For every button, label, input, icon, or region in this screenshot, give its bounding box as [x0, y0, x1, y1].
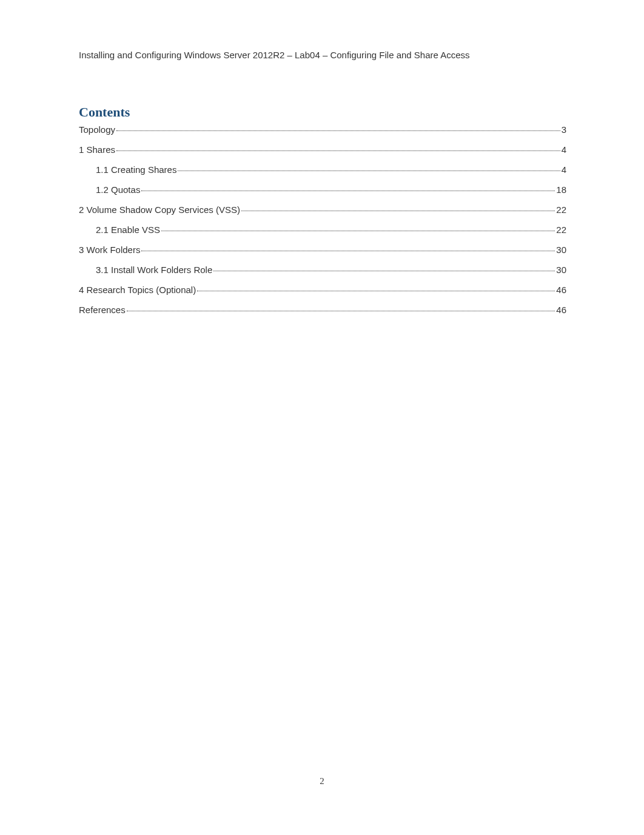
toc-label: 2.1 Enable VSS	[96, 225, 160, 235]
toc-label: 2 Volume Shadow Copy Services (VSS)	[79, 205, 240, 215]
toc-entry: 3.1 Install Work Folders Role 30	[79, 265, 566, 275]
toc-label: 1 Shares	[79, 144, 115, 155]
toc-page: 18	[556, 184, 566, 195]
toc-entry: 4 Research Topics (Optional) 46	[79, 285, 566, 295]
toc-label: 3 Work Folders	[79, 245, 140, 255]
toc-entry: 2 Volume Shadow Copy Services (VSS) 22	[79, 205, 566, 215]
toc-leader	[197, 291, 555, 291]
toc-entry: 1.1 Creating Shares 4	[79, 164, 566, 175]
toc-page: 30	[556, 265, 566, 275]
toc-page: 46	[556, 305, 566, 315]
document-header: Installing and Configuring Windows Serve…	[79, 50, 565, 60]
toc-leader	[116, 130, 560, 131]
toc-leader	[141, 251, 555, 251]
toc-entry: Topology 3	[79, 124, 566, 135]
toc-entry: 1 Shares 4	[79, 144, 566, 155]
table-of-contents: Topology 3 1 Shares 4 1.1 Creating Share…	[79, 124, 566, 325]
toc-entry: 3 Work Folders 30	[79, 245, 566, 255]
toc-label: 1.1 Creating Shares	[96, 164, 176, 175]
toc-label: 4 Research Topics (Optional)	[79, 285, 196, 295]
toc-leader	[127, 311, 555, 311]
toc-page: 3	[562, 124, 566, 135]
toc-page: 22	[556, 225, 566, 235]
toc-page: 46	[556, 285, 566, 295]
toc-leader	[116, 150, 560, 151]
toc-leader	[178, 171, 560, 171]
toc-label: References	[79, 305, 126, 315]
toc-leader	[213, 271, 555, 271]
toc-leader	[241, 211, 555, 211]
toc-entry: 2.1 Enable VSS 22	[79, 225, 566, 235]
toc-page: 4	[562, 164, 566, 175]
toc-leader	[141, 191, 555, 191]
toc-leader	[161, 231, 555, 231]
toc-page: 4	[562, 144, 566, 155]
toc-entry: 1.2 Quotas 18	[79, 184, 566, 195]
toc-page: 30	[556, 245, 566, 255]
toc-label: 1.2 Quotas	[96, 184, 140, 195]
toc-label: Topology	[79, 124, 115, 135]
toc-page: 22	[556, 205, 566, 215]
contents-heading: Contents	[79, 104, 130, 120]
page-number: 2	[0, 776, 644, 786]
toc-entry: References 46	[79, 305, 566, 315]
toc-label: 3.1 Install Work Folders Role	[96, 265, 212, 275]
